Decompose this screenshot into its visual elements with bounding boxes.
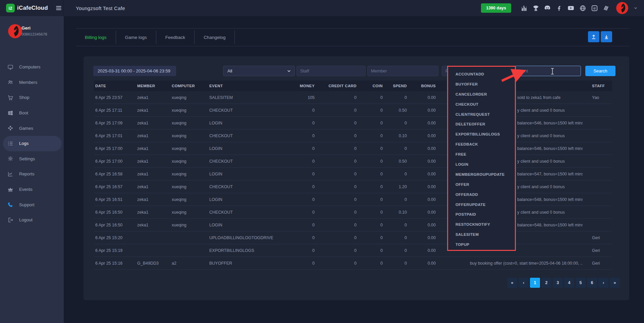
download-button[interactable] bbox=[601, 31, 612, 42]
member-input[interactable] bbox=[367, 66, 438, 76]
pagination-first[interactable]: « bbox=[507, 278, 517, 288]
cell-spend: 0.50 bbox=[383, 159, 408, 164]
cell-computer: xueqing bbox=[170, 133, 208, 138]
tabs: Billing logsGame logsFeedbackChangelog bbox=[76, 29, 235, 46]
type-select[interactable]: All bbox=[223, 66, 295, 76]
cell-staff: Geri bbox=[583, 235, 612, 240]
dropdown-option-feedback[interactable]: FEEDBACK bbox=[448, 139, 515, 149]
dropdown-option-offerupdate[interactable]: OFFERUPDATE bbox=[448, 200, 515, 210]
pagination-prev[interactable]: ‹ bbox=[519, 278, 529, 288]
search-button[interactable]: Search bbox=[585, 66, 615, 76]
cell-member: zeka1 bbox=[136, 172, 170, 176]
discord-icon[interactable] bbox=[544, 4, 551, 12]
pagination-next[interactable]: › bbox=[598, 278, 608, 288]
brand-area: i2 iCafeCloud bbox=[0, 0, 64, 16]
dropdown-option-membergroupupdate[interactable]: MEMBERGROUPUPDATE bbox=[448, 169, 515, 179]
dropdown-option-offeradd[interactable]: OFFERADD bbox=[448, 190, 515, 200]
chevron-down-icon[interactable] bbox=[633, 6, 638, 10]
cell-member: zeka1 bbox=[136, 184, 170, 189]
dropdown-option-deleteoffer[interactable]: DELETEOFFER bbox=[448, 119, 515, 129]
ranking-icon[interactable] bbox=[520, 4, 528, 12]
table-body: 6 Apr 25 23:57zeka1xueqingSALESITEM10500… bbox=[94, 91, 612, 270]
settings-icon bbox=[7, 156, 13, 162]
tab-game-logs[interactable]: Game logs bbox=[116, 35, 156, 40]
cell-spend: 0 bbox=[383, 235, 408, 240]
dropdown-option-clientrequest[interactable]: CLIENTREQUEST bbox=[448, 109, 515, 119]
cell-event: LOGIN bbox=[208, 146, 290, 151]
cell-credit_card: 0 bbox=[315, 261, 357, 266]
cell-coin: 0 bbox=[357, 223, 383, 227]
sidebar-item-computers[interactable]: Computers bbox=[0, 59, 64, 75]
upload-button[interactable] bbox=[588, 31, 599, 42]
cell-coin: 0 bbox=[357, 159, 383, 164]
select-chevron-icon bbox=[287, 69, 291, 73]
cell-spend: 0 bbox=[383, 223, 408, 227]
sidebar-item-logout[interactable]: Logout bbox=[0, 212, 64, 228]
pagination-page-6[interactable]: 6 bbox=[587, 278, 597, 288]
cell-bonus: 0.00 bbox=[408, 210, 436, 215]
pagination-page-3[interactable]: 3 bbox=[553, 278, 563, 288]
sidebar-item-events[interactable]: Events bbox=[0, 182, 64, 197]
pagination-page-1[interactable]: 1 bbox=[530, 278, 540, 288]
dropdown-option-restocknotify[interactable]: RESTOCKNOTIFY bbox=[448, 219, 515, 229]
profile-avatar[interactable] bbox=[8, 24, 22, 38]
sidebar-item-label: Members bbox=[19, 80, 37, 85]
table-row: 6 Apr 25 16:50zeka1xueqingLOGIN00000.00b… bbox=[94, 219, 612, 231]
dropdown-option-free[interactable]: FREE bbox=[448, 149, 515, 159]
sidebar-item-settings[interactable]: Settings bbox=[0, 151, 64, 167]
dropdown-option-checkout[interactable]: CHECKOUT bbox=[448, 99, 515, 109]
cell-event: LOGIN bbox=[208, 121, 290, 125]
dropdown-option-login[interactable]: LOGIN bbox=[448, 159, 515, 169]
cell-staff: Geri bbox=[583, 261, 612, 266]
profile-phone: 008612345678 bbox=[21, 32, 47, 36]
sidebar-item-boot[interactable]: Boot bbox=[0, 105, 64, 121]
sidebar-item-shop[interactable]: Shop bbox=[0, 90, 64, 105]
dropdown-option-cancelorder[interactable]: CANCELORDER bbox=[448, 89, 515, 99]
cell-coin: 0 bbox=[357, 95, 383, 100]
facebook-icon[interactable] bbox=[555, 4, 563, 12]
tab-feedback[interactable]: Feedback bbox=[156, 35, 194, 40]
hamburger-menu-icon[interactable] bbox=[55, 5, 62, 11]
page-title: Youngzsoft Test Cafe bbox=[76, 5, 125, 11]
cell-date: 6 Apr 25 17:11 bbox=[94, 108, 136, 113]
sidebar-item-logs[interactable]: Logs bbox=[3, 136, 62, 151]
user-avatar[interactable] bbox=[616, 2, 628, 14]
dropdown-option-exportbillinglogs[interactable]: EXPORTBILLINGLOGS bbox=[448, 129, 515, 139]
table-row: 6 Apr 25 17:00zeka1xueqingLOGIN00000.00b… bbox=[94, 142, 612, 155]
cell-event: CHECKOUT bbox=[208, 210, 290, 215]
globe-icon[interactable] bbox=[579, 4, 586, 12]
pagination-page-5[interactable]: 5 bbox=[576, 278, 586, 288]
dropdown-option-buyoffer[interactable]: BUYOFFER bbox=[448, 79, 515, 89]
dropdown-option-postpaid[interactable]: POSTPAID bbox=[448, 209, 515, 219]
youtube-icon[interactable] bbox=[567, 4, 575, 12]
dropdown-option-salesitem[interactable]: SALESITEM bbox=[448, 229, 515, 239]
tab-billing-logs[interactable]: Billing logs bbox=[76, 35, 116, 40]
subscription-days-badge[interactable]: 1390 days bbox=[481, 3, 511, 13]
sidebar-item-label: Settings bbox=[19, 156, 35, 161]
sidebar-item-games[interactable]: Games bbox=[0, 120, 64, 136]
sidebar-item-members[interactable]: Members bbox=[0, 75, 64, 90]
pagination-page-2[interactable]: 2 bbox=[541, 278, 551, 288]
sidebar-item-support[interactable]: Support bbox=[0, 197, 64, 212]
cell-bonus: 0.00 bbox=[408, 146, 436, 151]
cell-spend: 0 bbox=[383, 121, 408, 125]
sidebar-item-reports[interactable]: Reports bbox=[0, 166, 64, 182]
tab-changelog[interactable]: Changelog bbox=[195, 35, 234, 40]
event-input[interactable] bbox=[513, 66, 581, 76]
dropdown-option-offer[interactable]: OFFER bbox=[448, 179, 515, 190]
cell-event: CHECKOUT bbox=[208, 108, 290, 113]
pagination-page-4[interactable]: 4 bbox=[564, 278, 574, 288]
icafe-logo-icon[interactable]: i2 bbox=[591, 4, 598, 12]
cell-spend: 0 bbox=[383, 261, 408, 266]
table-row: 6 Apr 25 15:20UPLOADBILLINGLOGTOGDRIVE00… bbox=[94, 231, 612, 244]
youngzsoft-logo-icon[interactable] bbox=[602, 4, 610, 12]
pagination-last[interactable]: » bbox=[610, 278, 620, 288]
dropdown-option-accountadd[interactable]: ACCOUNTADD bbox=[448, 69, 515, 79]
staff-input[interactable] bbox=[297, 66, 366, 76]
dropdown-option-topup[interactable]: TOPUP bbox=[448, 239, 515, 250]
date-range-picker[interactable]: 2025-03-31 00:00 - 2025-04-06 23:59 bbox=[93, 66, 176, 76]
column-header-date: DATE bbox=[94, 84, 136, 88]
trophy-icon[interactable] bbox=[532, 4, 539, 12]
cell-money: 0 bbox=[290, 184, 315, 189]
cell-event: CHECKOUT bbox=[208, 159, 290, 164]
